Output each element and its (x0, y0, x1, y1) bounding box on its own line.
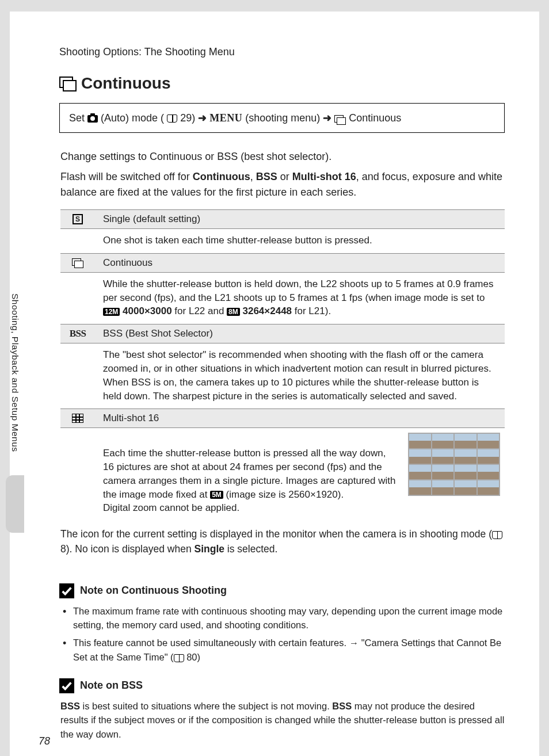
page-number: 78 (39, 735, 50, 747)
continuous-mode-icon (334, 115, 346, 124)
image-mode-badge-12m: 12M (103, 308, 120, 316)
multishot-thumbnail-grid (408, 433, 500, 496)
list-item: The maximum frame rate with continuous s… (60, 604, 505, 633)
option-header-continuous: Continuous (60, 253, 505, 273)
note-heading-continuous: Note on Continuous Shooting (59, 583, 505, 598)
option-label: BSS (Best Shot Selector) (103, 328, 213, 339)
sidebar-label: Shooting, Playback and Setup Menus (4, 288, 26, 458)
book-reference-icon (174, 654, 184, 662)
nav-text: (shooting menu) (245, 112, 323, 124)
list-item: This feature cannot be used simultaneous… (60, 636, 505, 665)
option-body-multishot: Each time the shutter-release button is … (60, 428, 505, 521)
continuous-mode-icon (59, 77, 77, 90)
option-body-bss: The "best shot selector" is recommended … (60, 343, 505, 408)
nav-text: Continuous (349, 112, 401, 124)
arrow-icon: ➜ (323, 112, 331, 124)
page-title: Continuous (59, 74, 505, 93)
note-paragraph-bss: BSS is best suited to situations where t… (60, 699, 505, 742)
image-mode-badge-8m: 8M (227, 308, 240, 316)
single-mode-icon: S (65, 214, 90, 224)
options-table: S Single (default setting) One shot is t… (60, 209, 505, 521)
menu-navigation-box: Set (Auto) mode ( 29) ➜ MENU (shooting m… (59, 103, 505, 133)
option-header-multishot: Multi-shot 16 (60, 408, 505, 428)
book-reference-icon (492, 531, 502, 539)
option-label: Multi-shot 16 (103, 413, 159, 424)
section-header: Shooting Options: The Shooting Menu (59, 46, 505, 58)
document-page: Shooting Options: The Shooting Menu Cont… (10, 12, 539, 756)
option-body-single: One shot is taken each time shutter-rele… (60, 229, 505, 253)
intro-paragraph: Change settings to Continuous or BSS (be… (60, 149, 505, 165)
continuous-mode-icon (65, 258, 90, 268)
book-reference-icon (167, 114, 177, 123)
note-heading-bss: Note on BSS (59, 678, 505, 693)
image-mode-badge-5m: 5M (210, 491, 223, 499)
menu-label: MENU (209, 112, 242, 124)
option-body-continuous: While the shutter-release button is held… (60, 273, 505, 324)
nav-text: Set (69, 112, 87, 124)
multishot-mode-icon (65, 414, 90, 423)
title-text: Continuous (81, 74, 171, 93)
option-header-bss: BSS BSS (Best Shot Selector) (60, 324, 505, 343)
option-label: Single (default setting) (103, 213, 200, 225)
option-label: Continuous (103, 257, 152, 269)
option-header-single: S Single (default setting) (60, 209, 505, 229)
sidebar: Shooting, Playback and Setup Menus (4, 288, 26, 753)
arrow-icon: ➜ (198, 112, 207, 124)
sidebar-tab (6, 475, 24, 533)
post-text: The icon for the current setting is disp… (60, 526, 505, 557)
camera-icon (87, 115, 98, 123)
bss-mode-icon: BSS (65, 328, 90, 339)
note-list-continuous: The maximum frame rate with continuous s… (60, 604, 505, 665)
nav-text: (Auto) mode ( (101, 112, 164, 124)
nav-text: 29) (180, 112, 198, 124)
check-icon (59, 583, 74, 598)
check-icon (59, 678, 74, 693)
intro-paragraph: Flash will be switched off for Continuou… (60, 169, 505, 200)
